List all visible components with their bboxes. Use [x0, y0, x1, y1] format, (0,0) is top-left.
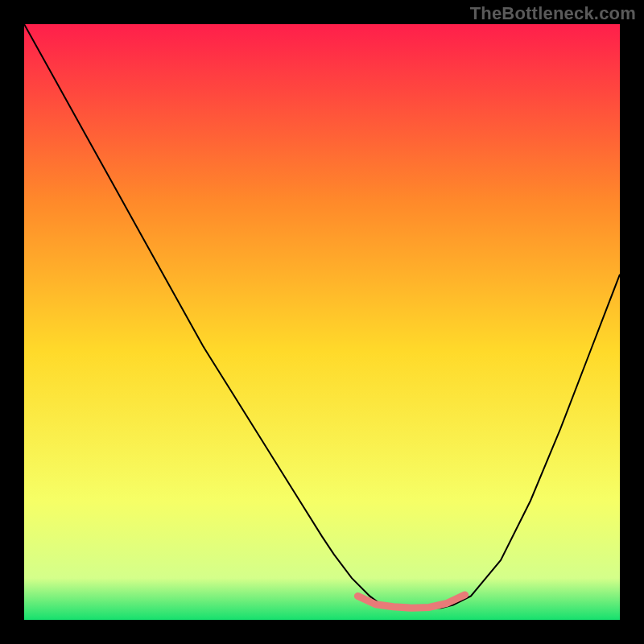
gradient-background	[24, 24, 620, 620]
chart-frame: TheBottleneck.com	[0, 0, 644, 644]
chart-svg	[24, 24, 620, 620]
plot-area	[24, 24, 620, 620]
watermark-text: TheBottleneck.com	[470, 3, 636, 24]
